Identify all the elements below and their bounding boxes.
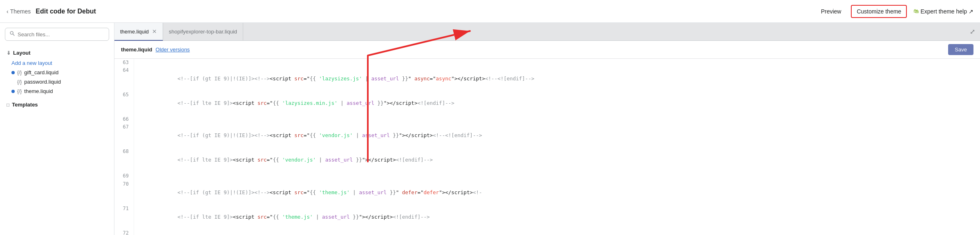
code-editor[interactable]: 63 64 <!--[if (gt IE 9)|!(IE)]><!--><scr… [114, 59, 980, 235]
table-row: 66 [114, 115, 980, 123]
older-versions-link[interactable]: Older versions [156, 47, 190, 53]
preview-button[interactable]: Preview [818, 6, 845, 17]
folder-icon: □ [7, 102, 9, 108]
expert-help-link[interactable]: 🛍 Expert theme help ↗ [913, 8, 973, 15]
table-row: 69 [114, 172, 980, 180]
expert-help-label: Expert theme help [920, 8, 967, 15]
liquid-file-icon: {/} [17, 70, 22, 75]
save-button[interactable]: Save [948, 44, 973, 55]
customize-theme-button[interactable]: Customize theme [851, 5, 907, 18]
line-number: 70 [114, 180, 134, 205]
table-row: 68 <!--[if lte IE 9]><script src="{{ 've… [114, 148, 980, 172]
search-input[interactable] [18, 31, 105, 38]
search-box[interactable] [5, 28, 109, 41]
password-file[interactable]: {/} password.liquid [0, 77, 114, 86]
table-row: 67 <!--[if (gt IE 9)|!(IE)]><!--><script… [114, 123, 980, 148]
external-link-icon: ↗ [969, 8, 973, 15]
table-row: 64 <!--[if (gt IE 9)|!(IE)]><!--><script… [114, 67, 980, 91]
code-line [134, 172, 980, 180]
code-line [134, 229, 980, 235]
tabs-bar: theme.liquid ✕ shopifyexplorer-top-bar.l… [114, 23, 980, 41]
line-number: 64 [114, 67, 134, 91]
expand-button[interactable]: ⤢ [965, 23, 980, 40]
code-line: <!--[if lte IE 9]><script src="{{ 'vendo… [134, 148, 980, 172]
liquid-file-icon2: {/} [17, 79, 22, 85]
line-number: 65 [114, 91, 134, 115]
editor-area: theme.liquid ✕ shopifyexplorer-top-bar.l… [114, 23, 980, 235]
editor-filename: theme.liquid Older versions [121, 47, 190, 53]
line-number: 71 [114, 205, 134, 229]
layout-section-header[interactable]: ⇓ Layout [0, 47, 114, 58]
chevron-left-icon: ‹ [7, 8, 9, 15]
line-number: 67 [114, 123, 134, 148]
gift-card-file[interactable]: {/} gift_card.liquid [0, 68, 114, 77]
templates-section: □ Templates [0, 98, 114, 112]
line-number: 63 [114, 59, 134, 67]
code-line: <!--[if (gt IE 9)|!(IE)]><!--><script sr… [134, 123, 980, 148]
code-line: <!--[if lte IE 9]><script src="{{ 'theme… [134, 205, 980, 229]
sidebar: ⇓ Layout Add a new layout {/} gift_card.… [0, 23, 114, 235]
file-dot-spacer [11, 80, 15, 84]
expand-icon: ⤢ [970, 28, 975, 35]
theme-file[interactable]: {/} theme.liquid [0, 86, 114, 96]
liquid-file-icon3: {/} [17, 89, 22, 94]
tab-shopify-top-bar[interactable]: shopifyexplorer-top-bar.liquid [163, 23, 243, 40]
themes-label: Themes [10, 8, 31, 15]
theme-filename: theme.liquid [24, 88, 53, 94]
code-line [134, 59, 980, 67]
code-line: <!--[if (gt IE 9)|!(IE)]><!--><script sr… [134, 67, 980, 91]
file-dot-icon2 [11, 90, 15, 93]
templates-section-header[interactable]: □ Templates [0, 99, 114, 110]
code-line [134, 115, 980, 123]
table-row: 72 [114, 229, 980, 235]
line-number: 66 [114, 115, 134, 123]
editor-header: theme.liquid Older versions Save [114, 41, 980, 59]
code-line: <!--[if lte IE 9]><script src="{{ 'lazys… [134, 91, 980, 115]
table-row: 63 [114, 59, 980, 67]
tab-theme-liquid-label: theme.liquid [120, 29, 149, 35]
page-title: Edit code for Debut [36, 8, 96, 15]
code-table: 63 64 <!--[if (gt IE 9)|!(IE)]><!--><scr… [114, 59, 980, 235]
file-dot-icon [11, 71, 15, 74]
line-number: 72 [114, 229, 134, 235]
table-row: 71 <!--[if lte IE 9]><script src="{{ 'th… [114, 205, 980, 229]
line-number: 69 [114, 172, 134, 180]
layout-section: ⇓ Layout Add a new layout {/} gift_card.… [0, 46, 114, 98]
table-row: 70 <!--[if (gt IE 9)|!(IE)]><!--><script… [114, 180, 980, 205]
debut-bold: Debut [77, 8, 96, 15]
editor-filename-text: theme.liquid [121, 47, 152, 53]
password-filename: password.liquid [24, 79, 61, 85]
line-number: 68 [114, 148, 134, 172]
templates-section-label: Templates [12, 102, 38, 108]
code-line: <!--[if (gt IE 9)|!(IE)]><!--><script sr… [134, 180, 980, 205]
themes-back-link[interactable]: ‹ Themes [7, 8, 31, 15]
edit-code-prefix: Edit code for [36, 8, 77, 15]
search-icon [9, 31, 15, 38]
add-layout-label: Add a new layout [11, 60, 52, 66]
tab-close-icon[interactable]: ✕ [152, 29, 157, 34]
gift-card-filename: gift_card.liquid [24, 69, 58, 75]
tab-theme-liquid[interactable]: theme.liquid ✕ [114, 23, 163, 41]
add-layout-link[interactable]: Add a new layout [0, 58, 114, 68]
main-layout: ⇓ Layout Add a new layout {/} gift_card.… [0, 23, 980, 235]
top-header: ‹ Themes Edit code for Debut Preview Cus… [0, 0, 980, 23]
table-row: 65 <!--[if lte IE 9]><script src="{{ 'la… [114, 91, 980, 115]
download-icon: ⇓ [7, 50, 11, 56]
shopify-logo: 🛍 [913, 8, 919, 14]
layout-section-label: Layout [13, 50, 31, 56]
header-actions: Preview Customize theme 🛍 Expert theme h… [818, 5, 973, 18]
tab-shopify-top-bar-label: shopifyexplorer-top-bar.liquid [169, 29, 237, 35]
